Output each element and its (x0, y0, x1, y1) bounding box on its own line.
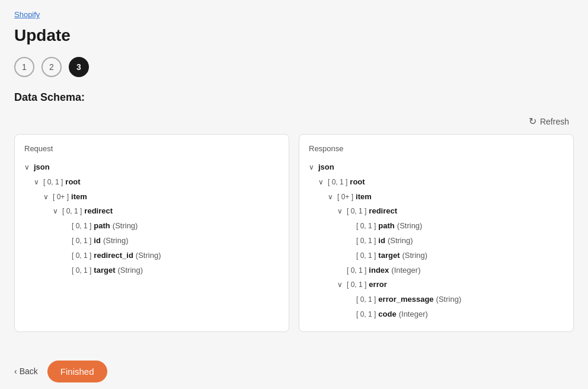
breadcrumb: Shopify (14, 9, 574, 19)
tree-node[interactable]: ∨[ 0, 1 ] error (309, 278, 564, 292)
refresh-button[interactable]: ↻ Refresh (524, 113, 574, 129)
range-tag: [ 0, 1 ] (72, 221, 91, 232)
field-name: code (378, 308, 396, 321)
finished-button[interactable]: Finished (47, 361, 107, 382)
range-tag: [ 0, 1 ] (347, 265, 366, 276)
chevron-icon: ∨ (43, 192, 50, 203)
range-tag: [ 0, 1 ] (356, 235, 376, 247)
field-name: item (71, 191, 87, 203)
refresh-icon: ↻ (529, 116, 536, 127)
range-tag: [ 0, 1 ] (72, 265, 91, 276)
steps-container: 1 2 3 (14, 57, 574, 77)
tree-node[interactable]: ∨[ 0, 1 ] root (24, 175, 279, 190)
step-2[interactable]: 2 (41, 57, 62, 77)
chevron-icon: ∨ (318, 177, 325, 188)
range-tag: [ 0, 1 ] (356, 294, 376, 305)
field-name: index (369, 264, 389, 277)
chevron-icon: ∨ (53, 206, 60, 217)
refresh-label: Refresh (540, 117, 569, 126)
range-tag: [ 0, 1 ] (72, 250, 91, 262)
tree-node: [ 0, 1 ] code (Integer) (309, 307, 564, 322)
chevron-icon: ∨ (328, 192, 335, 203)
tree-node[interactable]: ∨json (24, 160, 279, 175)
tree-node: [ 0, 1 ] path (String) (309, 219, 564, 234)
field-name: redirect_id (94, 250, 133, 262)
footer-bar: ‹ Back Finished (14, 351, 574, 382)
field-type: (Integer) (399, 308, 428, 321)
field-name: json (34, 161, 50, 174)
tree-node[interactable]: ∨[ 0, 1 ] root (309, 175, 564, 190)
field-name: path (94, 220, 110, 232)
field-type: (String) (113, 220, 138, 232)
field-name: id (94, 235, 101, 247)
tree-node: [ 0, 1 ] path (String) (24, 219, 279, 234)
tree-node: [ 0, 1 ] redirect_id (String) (24, 248, 279, 263)
response-panel: Response ∨json∨[ 0, 1 ] root∨[ 0+ ] item… (299, 134, 574, 332)
field-name: item (356, 191, 372, 203)
back-arrow: ‹ (14, 366, 17, 376)
schema-panels: Request ∨json∨[ 0, 1 ] root∨[ 0+ ] item∨… (14, 134, 574, 332)
field-name: root (65, 176, 80, 189)
tree-node[interactable]: ∨[ 0+ ] item (309, 190, 564, 205)
range-tag: [ 0, 1 ] (356, 250, 376, 262)
range-tag: [ 0, 1 ] (347, 206, 366, 217)
range-tag: [ 0+ ] (53, 192, 69, 203)
field-name: path (378, 220, 394, 232)
range-tag: [ 0, 1 ] (328, 177, 347, 188)
chevron-icon: ∨ (34, 177, 41, 188)
field-type: (String) (436, 294, 462, 306)
field-type: (String) (402, 250, 427, 262)
tree-node[interactable]: ∨json (309, 160, 564, 175)
field-name: json (318, 161, 334, 174)
range-tag: [ 0, 1 ] (43, 177, 63, 188)
field-type: (String) (136, 250, 161, 262)
field-name: root (350, 176, 365, 189)
field-name: target (94, 264, 115, 277)
chevron-icon: ∨ (24, 162, 31, 173)
section-title: Data Schema: (14, 91, 574, 104)
tree-node: [ 0, 1 ] target (String) (24, 263, 279, 278)
field-name: redirect (369, 205, 397, 218)
field-type: (String) (397, 220, 423, 232)
range-tag: [ 0, 1 ] (72, 235, 91, 247)
back-button[interactable]: ‹ Back (14, 366, 38, 376)
tree-node: [ 0, 1 ] index (Integer) (309, 263, 564, 278)
chevron-icon: ∨ (309, 162, 316, 173)
range-tag: [ 0, 1 ] (356, 309, 376, 320)
field-name: redirect (84, 205, 113, 218)
range-tag: [ 0+ ] (337, 192, 353, 203)
range-tag: [ 0, 1 ] (347, 279, 366, 291)
range-tag: [ 0, 1 ] (62, 206, 82, 217)
step-3[interactable]: 3 (69, 57, 89, 77)
back-label: Back (20, 366, 38, 376)
request-panel: Request ∨json∨[ 0, 1 ] root∨[ 0+ ] item∨… (14, 134, 289, 332)
request-tree: ∨json∨[ 0, 1 ] root∨[ 0+ ] item∨[ 0, 1 ]… (24, 160, 279, 278)
field-type: (Integer) (391, 264, 420, 277)
tree-node[interactable]: ∨[ 0, 1 ] redirect (24, 204, 279, 219)
field-type: (String) (117, 264, 143, 277)
range-tag: [ 0, 1 ] (356, 221, 376, 232)
refresh-row: ↻ Refresh (14, 113, 574, 129)
field-type: (String) (388, 235, 413, 247)
field-type: (String) (103, 235, 129, 247)
tree-node: [ 0, 1 ] id (String) (309, 234, 564, 248)
tree-node: [ 0, 1 ] target (String) (309, 248, 564, 263)
breadcrumb-link[interactable]: Shopify (14, 10, 40, 19)
field-name: id (378, 235, 385, 247)
page-container: Shopify Update 1 2 3 Data Schema: ↻ Refr… (0, 0, 588, 389)
chevron-icon: ∨ (337, 279, 344, 291)
tree-node[interactable]: ∨[ 0, 1 ] redirect (309, 204, 564, 219)
step-1[interactable]: 1 (14, 57, 34, 77)
chevron-icon: ∨ (337, 206, 344, 217)
field-name: error (369, 279, 386, 291)
page-title: Update (14, 26, 574, 45)
tree-node[interactable]: ∨[ 0+ ] item (24, 190, 279, 205)
field-name: error_message (378, 294, 433, 306)
response-tree: ∨json∨[ 0, 1 ] root∨[ 0+ ] item∨[ 0, 1 ]… (309, 160, 564, 322)
field-name: target (378, 250, 400, 262)
tree-node: [ 0, 1 ] id (String) (24, 234, 279, 248)
tree-node: [ 0, 1 ] error_message (String) (309, 292, 564, 307)
response-label: Response (309, 144, 564, 153)
request-label: Request (24, 144, 279, 153)
